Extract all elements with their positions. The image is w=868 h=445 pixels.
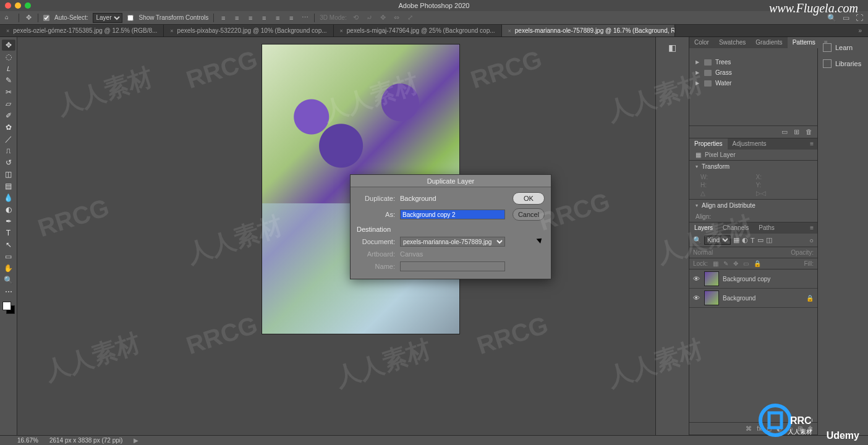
- new-layer-icon[interactable]: ⊞: [798, 425, 802, 432]
- lock-pixel-icon[interactable]: ✎: [723, 260, 728, 267]
- mask-icon[interactable]: ◻: [767, 425, 772, 432]
- close-tab-icon[interactable]: ×: [340, 28, 343, 34]
- zoom-level[interactable]: 16.67%: [17, 437, 38, 444]
- spot-heal-tool[interactable]: ✿: [2, 122, 15, 133]
- move-tool[interactable]: ✥: [2, 40, 15, 51]
- filter-search-icon[interactable]: 🔍: [693, 236, 702, 244]
- dodge-tool[interactable]: ◐: [2, 204, 15, 215]
- layer-filter-dropdown[interactable]: Kind: [704, 235, 731, 245]
- panel-tab-paths[interactable]: Paths: [754, 222, 780, 234]
- save-preset-icon[interactable]: ▭: [781, 128, 788, 136]
- blur-tool[interactable]: 💧: [2, 192, 15, 203]
- ok-button[interactable]: OK: [513, 192, 545, 205]
- filter-pixel-icon[interactable]: ▦: [733, 236, 739, 244]
- clone-stamp-tool[interactable]: ⎍: [2, 145, 15, 156]
- align-bottom-icon[interactable]: ≡: [287, 14, 296, 22]
- document-dimensions[interactable]: 2614 px x 3838 px (72 ppi): [49, 437, 122, 444]
- close-tab-icon[interactable]: ×: [508, 28, 511, 34]
- delete-layer-icon[interactable]: 🗑: [807, 425, 814, 432]
- eye-icon[interactable]: 👁: [693, 294, 700, 302]
- history-brush-tool[interactable]: ↺: [2, 157, 15, 168]
- gradient-tool[interactable]: ▤: [2, 180, 15, 192]
- type-tool[interactable]: T: [2, 227, 15, 239]
- pen-tool[interactable]: ✒: [2, 216, 15, 227]
- collapsed-panel-icon[interactable]: ◧: [666, 41, 679, 54]
- zoom-tool[interactable]: 🔍: [2, 274, 15, 286]
- auto-select-dropdown[interactable]: Layer: [93, 13, 122, 23]
- marquee-tool[interactable]: ◌: [2, 51, 15, 62]
- close-tab-icon[interactable]: ×: [6, 28, 9, 34]
- lasso-tool[interactable]: 𝘓: [2, 63, 15, 74]
- panel-menu-icon[interactable]: ≡: [806, 222, 817, 234]
- align-center-h-icon[interactable]: ≡: [232, 14, 241, 22]
- align-top-icon[interactable]: ≡: [260, 14, 268, 22]
- lock-artboard-icon[interactable]: ▭: [743, 260, 749, 267]
- eye-icon[interactable]: 👁: [693, 275, 700, 282]
- tabs-overflow-icon[interactable]: »: [852, 25, 868, 36]
- filter-smart-icon[interactable]: ◫: [766, 236, 772, 244]
- as-input[interactable]: [400, 210, 505, 219]
- filter-shape-icon[interactable]: ▭: [757, 236, 764, 244]
- layer-row[interactable]: 👁 Background copy: [689, 269, 817, 289]
- align-right-icon[interactable]: ≡: [246, 14, 255, 22]
- hand-tool[interactable]: ✋: [2, 263, 15, 274]
- panel-tab-color[interactable]: Color: [689, 37, 714, 48]
- edit-toolbar-icon[interactable]: ⋯: [2, 286, 15, 297]
- document-tab[interactable]: ×pexels-oziel-gómez-1755385.jpg @ 12.5% …: [0, 25, 164, 36]
- align-center-v-icon[interactable]: ≡: [273, 14, 282, 22]
- link-layers-icon[interactable]: ⌘: [746, 425, 752, 432]
- eyedropper-tool[interactable]: ✐: [2, 110, 15, 121]
- adjustment-icon[interactable]: ◐: [777, 425, 782, 432]
- libraries-tab[interactable]: Libraries: [818, 56, 868, 72]
- more-align-icon[interactable]: ⋯: [300, 14, 309, 22]
- color-swatches[interactable]: [2, 302, 15, 314]
- move-tool-icon[interactable]: ✥: [24, 14, 33, 22]
- new-preset-icon[interactable]: ⊞: [794, 128, 799, 136]
- status-chevron-icon[interactable]: ▶: [134, 437, 138, 444]
- filter-type-icon[interactable]: T: [751, 237, 755, 244]
- frame-tool[interactable]: ▱: [2, 98, 15, 109]
- filter-adjust-icon[interactable]: ◐: [742, 236, 748, 244]
- blend-mode-dropdown[interactable]: Normal: [693, 249, 713, 256]
- align-left-icon[interactable]: ≡: [219, 14, 228, 22]
- crop-tool[interactable]: ✂: [2, 87, 15, 98]
- brush-tool[interactable]: ／: [2, 134, 15, 145]
- panel-tab-gradients[interactable]: Gradients: [751, 37, 787, 48]
- panel-tab-properties[interactable]: Properties: [689, 138, 728, 150]
- lock-all-icon[interactable]: 🔒: [754, 260, 761, 267]
- panel-tab-patterns[interactable]: Patterns: [788, 37, 820, 48]
- lock-icon[interactable]: 🔒: [806, 295, 814, 302]
- rectangle-tool[interactable]: ▭: [2, 251, 15, 262]
- group-icon[interactable]: ▭: [787, 425, 793, 432]
- home-icon[interactable]: ⌂: [5, 14, 14, 22]
- lock-pos-icon[interactable]: ✥: [733, 260, 738, 267]
- show-transform-checkbox[interactable]: [127, 15, 134, 21]
- cancel-button[interactable]: Cancel: [513, 208, 545, 221]
- auto-select-checkbox[interactable]: [43, 15, 49, 21]
- quick-select-tool[interactable]: ✎: [2, 75, 15, 86]
- pattern-group-row[interactable]: ▶Water: [689, 78, 817, 88]
- lock-trans-icon[interactable]: ▦: [713, 260, 718, 267]
- close-tab-icon[interactable]: ×: [170, 28, 173, 34]
- document-tab[interactable]: ×pexels-marianna-ole-757889.jpg @ 16.7% …: [502, 25, 675, 36]
- canvas-area[interactable]: Duplicate Layer Duplicate: Background OK…: [17, 37, 655, 435]
- panel-tab-adjustments[interactable]: Adjustments: [728, 138, 772, 150]
- pattern-group-row[interactable]: ▶Grass: [689, 67, 817, 78]
- path-select-tool[interactable]: ↖: [2, 239, 15, 250]
- transform-section-title[interactable]: Transform: [702, 163, 730, 170]
- panel-tab-swatches[interactable]: Swatches: [714, 37, 751, 48]
- panel-tab-layers[interactable]: Layers: [689, 222, 718, 234]
- layer-row[interactable]: 👁 Background 🔒: [689, 289, 817, 308]
- foreground-color-swatch[interactable]: [2, 302, 11, 310]
- delete-preset-icon[interactable]: 🗑: [806, 128, 812, 136]
- fx-icon[interactable]: fx: [757, 425, 762, 432]
- align-section-title[interactable]: Align and Distribute: [702, 202, 755, 209]
- document-tab[interactable]: ×pexels-pixabay-532220.jpg @ 10% (Backgr…: [164, 25, 333, 36]
- pattern-group-row[interactable]: ▶Trees: [689, 57, 817, 67]
- document-dropdown[interactable]: pexels-marianna-ole-757889.jpg: [400, 237, 505, 247]
- eraser-tool[interactable]: ◫: [2, 169, 15, 180]
- panel-tab-channels[interactable]: Channels: [718, 222, 754, 234]
- panel-menu-icon[interactable]: ≡: [820, 37, 832, 48]
- panel-menu-icon[interactable]: ≡: [806, 138, 817, 150]
- document-tab[interactable]: ×pexels-s-migaj-747964.jpg @ 25% (Backgr…: [334, 25, 502, 36]
